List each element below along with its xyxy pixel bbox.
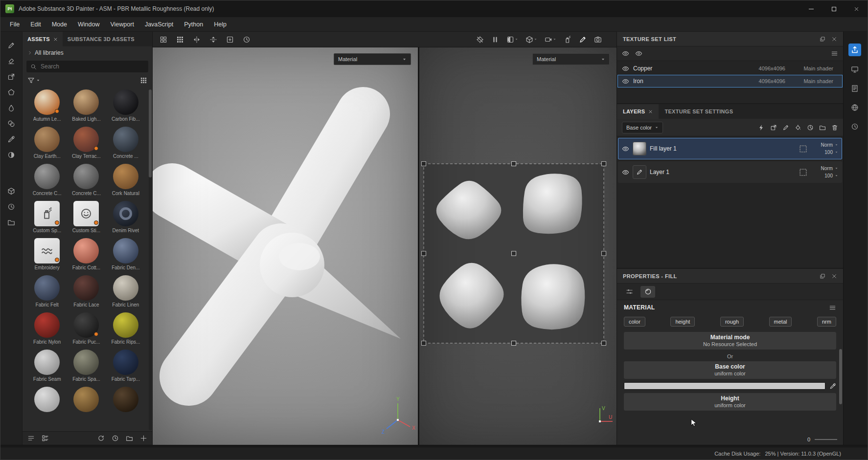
camera-mode-icon[interactable] [545,36,556,44]
close-panel-icon[interactable] [831,36,837,42]
add-mask-icon[interactable] [770,124,777,131]
asset-material[interactable] [67,387,105,419]
asset-material[interactable] [107,387,145,419]
toggle-solo-icon[interactable] [635,50,642,57]
selection-handle[interactable] [422,251,426,256]
channel-dropdown[interactable]: Base color [622,122,663,133]
online-assets-icon[interactable] [849,102,861,113]
asset-custom-sti[interactable]: Custom Sti... [67,201,105,234]
asset-fabric-rips[interactable]: Fabric Rips... [107,312,145,345]
add-fill-layer-icon[interactable] [795,124,801,131]
asset-embroidery[interactable]: Embroidery [28,238,66,271]
float-panel-icon[interactable] [820,36,825,42]
viewport-2d[interactable]: Material V U [419,47,617,445]
active-brush-icon[interactable] [579,36,587,44]
display-settings-icon[interactable] [849,64,861,75]
particles-icon[interactable] [564,36,571,44]
channel-chip-color[interactable]: color [624,317,645,327]
symmetry-x-icon[interactable] [193,36,201,44]
detail-view-icon[interactable] [42,435,49,442]
grid-view-icon[interactable] [140,77,147,84]
asset-cork-natural[interactable]: Cork Natural [107,164,145,197]
selection-handle[interactable] [512,162,516,166]
search-bar[interactable] [26,61,148,72]
paint-brush-tool[interactable] [5,39,18,52]
polygon-fill-tool[interactable] [5,86,18,99]
asset-autumn-le[interactable]: Autumn Le... [28,89,66,122]
texture-set-menu-icon[interactable] [831,50,838,57]
asset-carbon-fib[interactable]: Carbon Fib... [107,89,145,122]
material-picker-tool[interactable] [5,133,18,146]
opacity-value[interactable]: 100 [824,150,838,155]
screenshot-icon[interactable] [594,36,602,44]
tab-substance-3d-assets[interactable]: SUBSTANCE 3D ASSETS [63,32,139,46]
properties-scrollbar[interactable] [839,349,842,404]
close-tab-icon[interactable] [53,37,58,42]
material-menu-icon[interactable] [829,304,836,311]
list-view-icon[interactable] [27,435,35,442]
selection-handle[interactable] [602,162,606,166]
eraser-tool[interactable] [5,55,18,67]
pause-engine-icon[interactable] [491,36,499,44]
asset-baked-ligh[interactable]: Baked Ligh... [67,89,105,122]
visibility-eye-icon[interactable] [622,169,629,176]
opacity-value[interactable]: 100 [824,173,838,178]
asset-clay-terrac[interactable]: Clay Terrac... [67,127,105,159]
height-button[interactable]: Height uniform color [624,393,836,411]
asset-clay-earth[interactable]: Clay Earth... [28,127,66,159]
blend-mode-dropdown[interactable]: Norm [821,166,838,171]
visibility-eye-icon[interactable] [622,145,629,153]
menu-javascript[interactable]: JavaScript [139,17,179,32]
toggle-visibility-icon[interactable] [622,50,629,57]
menu-file[interactable]: File [4,17,25,32]
search-input[interactable] [40,63,144,70]
recent-assets-icon[interactable] [112,435,119,442]
sync-icon[interactable] [97,435,105,442]
tab-texture-set-settings[interactable]: TEXTURE SET SETTINGS [659,104,739,119]
tab-assets[interactable]: ASSETS [23,32,63,46]
close-button[interactable] [845,0,868,17]
add-paint-layer-icon[interactable] [782,124,789,131]
selection-handle[interactable] [512,341,516,346]
quick-mask-view-icon[interactable] [506,36,518,44]
history-icon[interactable] [243,36,251,44]
add-group-icon[interactable] [819,124,826,131]
baking-icon[interactable] [5,200,18,213]
channel-chip-rough[interactable]: rough [720,317,744,327]
shader-dropdown-3d[interactable]: Material [334,53,411,65]
filter-icon[interactable] [27,77,35,84]
asset-fabric-den[interactable]: Fabric Den... [107,238,145,271]
channel-chip-metal[interactable]: metal [769,317,792,327]
asset-fabric-nylon[interactable]: Fabric Nylon [28,312,66,345]
texture-set-row-copper[interactable]: Copper4096x4096Main shader [617,62,843,75]
add-smart-material-icon[interactable] [807,124,814,131]
visibility-eye-icon[interactable] [622,78,629,85]
tiling-toggle-icon[interactable] [160,36,167,44]
symmetry-y-icon[interactable] [209,36,217,44]
scrollbar-thumb[interactable] [149,89,152,177]
eyedropper-icon[interactable] [829,383,836,390]
tab-properties-material[interactable] [640,286,655,298]
visibility-eye-icon[interactable] [622,65,629,72]
layer-row-layer-1[interactable]: Layer 1Norm100 [618,161,842,183]
selection-handle[interactable] [422,162,426,166]
channel-chip-height[interactable]: height [670,317,695,327]
base-color-button[interactable]: Base color uniform color [624,361,836,379]
shader-log-icon[interactable] [849,83,861,94]
channel-chip-nrm[interactable]: nrm [817,317,836,327]
menu-help[interactable]: Help [208,17,232,32]
share-export-icon[interactable] [848,44,861,56]
asset-material[interactable] [28,387,66,419]
menu-window[interactable]: Window [72,17,105,32]
smudge-tool[interactable] [5,102,18,114]
delete-layer-icon[interactable] [831,124,838,131]
asset-fabric-felt[interactable]: Fabric Felt [28,275,66,308]
asset-fabric-puc[interactable]: Fabric Puc... [67,312,105,345]
history-panel-icon[interactable] [849,121,861,132]
asset-fabric-seam[interactable]: Fabric Seam [28,350,66,382]
maximize-button[interactable] [822,0,845,17]
layer-row-fill-layer-1[interactable]: Fill layer 1Norm100 [618,138,842,159]
selection-handle[interactable] [602,251,606,256]
mesh-display-icon[interactable] [525,36,537,44]
new-folder-icon[interactable] [126,435,133,442]
